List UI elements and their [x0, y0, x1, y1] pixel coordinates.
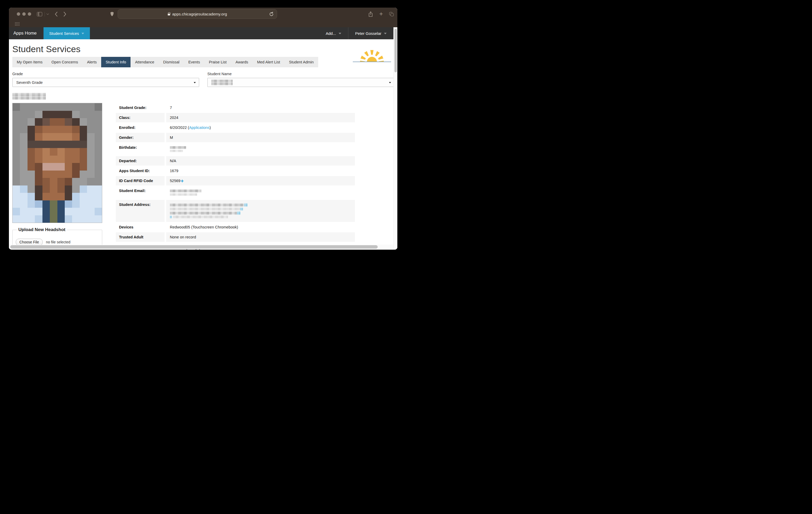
lock-icon — [168, 13, 170, 16]
chevron-down-icon — [82, 33, 84, 34]
student-photo — [12, 103, 102, 223]
detail-row: Student Address: — [116, 200, 355, 222]
chevron-down-icon — [384, 33, 386, 34]
redacted-text — [170, 216, 172, 218]
detail-value: N/A — [166, 156, 355, 165]
detail-value — [166, 200, 355, 222]
redacted-text — [170, 208, 240, 211]
address-bar[interactable]: apps.chicagojesuitacademy.org — [118, 9, 277, 19]
tab-group-chevron-icon[interactable] — [47, 12, 49, 15]
detail-label: Student Grade: — [116, 103, 165, 112]
detail-value — [166, 186, 355, 200]
detail-label: Enrolled: — [116, 123, 165, 132]
vertical-scrollbar-thumb[interactable] — [395, 29, 397, 72]
chevron-down-icon — [339, 33, 341, 34]
tab-praise-list[interactable]: Praise List — [204, 57, 231, 67]
tab-awards[interactable]: Awards — [231, 57, 253, 67]
detail-value: 2024 — [166, 113, 355, 122]
nav-apps-home[interactable]: Apps Home — [9, 27, 44, 39]
nav-student-services-menu[interactable]: Student Services — [44, 27, 90, 39]
redacted-text — [170, 203, 244, 207]
redacted-text — [173, 216, 228, 218]
tab-open-concerns[interactable]: Open Concerns — [47, 57, 83, 67]
detail-row: Trusted AdultNone on record — [116, 232, 355, 242]
page-content: Student Services — [9, 44, 397, 250]
reload-icon[interactable] — [269, 11, 274, 17]
apps-grid-favicon[interactable] — [15, 22, 20, 26]
redacted-text — [170, 150, 183, 152]
tab-attendance[interactable]: Attendance — [130, 57, 158, 67]
detail-value — [166, 143, 355, 156]
page-title: Student Services — [12, 44, 397, 54]
detail-row: DevicesRedwood05 (Touchscreen Chromebook… — [116, 222, 355, 232]
detail-value: 6/20/2022 (Applications) — [166, 123, 355, 132]
redacted-text — [170, 189, 201, 192]
detail-value: 52569+ — [166, 176, 355, 185]
upload-headshot-legend: Upload New Headshot — [17, 227, 67, 232]
grade-select[interactable]: Seventh Grade — [12, 78, 199, 87]
redacted-student-name — [12, 93, 46, 100]
detail-label: Devices — [116, 222, 165, 232]
applications-link[interactable]: Applications — [189, 125, 209, 130]
back-button[interactable] — [55, 11, 58, 17]
web-page: Apps Home Student Services Add... Peter … — [9, 27, 397, 250]
detail-label: Class: — [116, 113, 165, 122]
tab-alerts[interactable]: Alerts — [83, 57, 101, 67]
forward-button[interactable] — [63, 11, 66, 17]
share-icon[interactable] — [368, 11, 373, 17]
chevron-down-icon — [194, 82, 196, 83]
traffic-lights[interactable] — [17, 12, 31, 16]
sidebar-toggle-icon[interactable] — [37, 12, 42, 16]
file-status-text: no file selected — [46, 240, 70, 244]
horizontal-scrollbar-thumb[interactable] — [10, 245, 378, 249]
tab-student-admin[interactable]: Student Admin — [285, 57, 318, 67]
nav-add-menu[interactable]: Add... — [319, 27, 348, 39]
tab-my-open-items[interactable]: My Open Items — [12, 57, 47, 67]
new-tab-icon[interactable]: + — [379, 11, 383, 17]
sun-icon — [355, 50, 389, 62]
tab-dismissal[interactable]: Dismissal — [159, 57, 184, 67]
tab-overview-icon[interactable] — [389, 12, 394, 16]
student-details-table: Student Grade:7Class:2024Enrolled:6/20/2… — [116, 103, 355, 250]
detail-value: 1679 — [166, 166, 355, 176]
nav-user-menu[interactable]: Peter Gosselar — [348, 27, 394, 39]
detail-label: Apps Student ID: — [116, 166, 165, 176]
detail-value: Redwood05 (Touchscreen Chromebook) — [166, 222, 355, 232]
detail-value: M — [166, 133, 355, 142]
detail-value: None on record — [166, 232, 355, 242]
redacted-text — [170, 211, 237, 215]
horizontal-scrollbar[interactable] — [9, 245, 394, 249]
favorites-bar — [9, 21, 397, 27]
detail-label: Departed: — [116, 156, 165, 165]
add-rfid-icon[interactable]: + — [181, 178, 184, 184]
minimize-window-icon[interactable] — [22, 12, 26, 16]
zoom-window-icon[interactable] — [28, 12, 31, 16]
detail-label: Trusted Adult — [116, 232, 165, 242]
vertical-scrollbar[interactable] — [394, 27, 397, 250]
redacted-text — [240, 208, 243, 211]
detail-row: Student Grade:7 — [116, 103, 355, 112]
tab-events[interactable]: Events — [184, 57, 204, 67]
detail-row: Gender:M — [116, 133, 355, 142]
browser-toolbar: apps.chicagojesuitacademy.org + — [9, 8, 397, 21]
detail-label: ID Card RFID Code — [116, 176, 165, 185]
privacy-shield-icon[interactable] — [110, 11, 114, 17]
rising-sun-logo — [353, 50, 391, 62]
detail-label: Student Email: — [116, 186, 165, 200]
tab-med-alert-list[interactable]: Med Alert List — [253, 57, 285, 67]
detail-row: Enrolled:6/20/2022 (Applications) — [116, 123, 355, 132]
detail-label: Birthdate: — [116, 143, 165, 156]
detail-value: 7 — [166, 103, 355, 112]
student-name-label: Student Name — [207, 72, 395, 76]
toolbar-divider — [45, 12, 45, 17]
redacted-text — [170, 146, 186, 149]
browser-chrome: apps.chicagojesuitacademy.org + — [9, 8, 397, 27]
detail-row: Birthdate: — [116, 143, 355, 156]
detail-row: Student Email: — [116, 186, 355, 200]
close-window-icon[interactable] — [17, 12, 20, 16]
detail-label: Gender: — [116, 133, 165, 142]
tab-student-info[interactable]: Student Info — [101, 57, 130, 67]
detail-label: Student Address: — [116, 200, 165, 222]
redacted-text — [244, 203, 248, 207]
student-name-select[interactable] — [207, 78, 395, 87]
